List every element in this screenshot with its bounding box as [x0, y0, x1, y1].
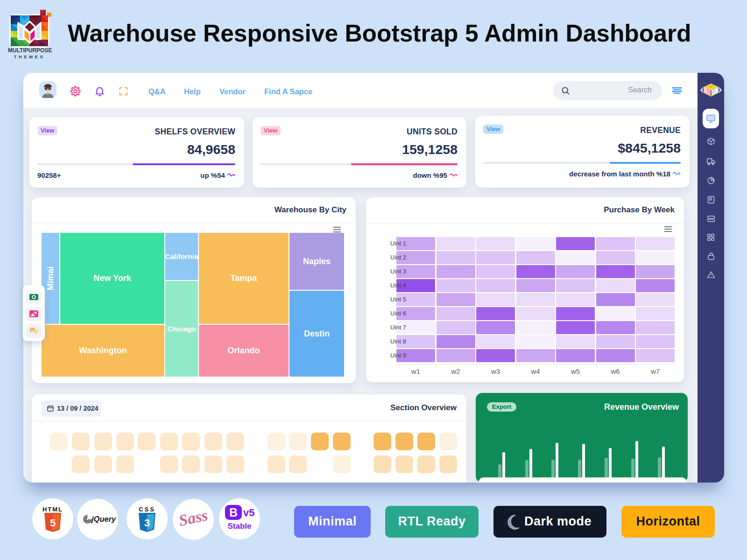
- svg-text:3: 3: [144, 517, 150, 529]
- svg-text:5: 5: [50, 517, 56, 529]
